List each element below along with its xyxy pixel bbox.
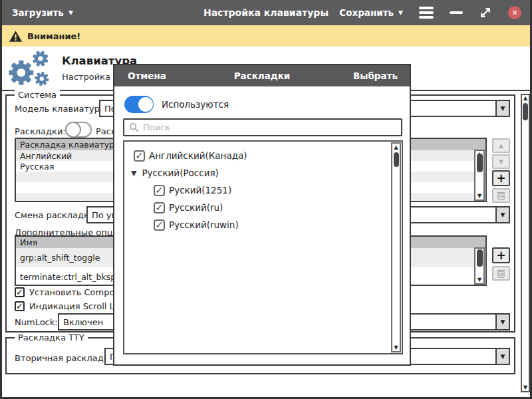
- checkbox-checked-icon[interactable]: ✓: [154, 219, 165, 231]
- minimize-icon: [450, 11, 463, 14]
- chevron-down-icon: ▼: [398, 9, 403, 16]
- chevron-down-icon: ▼: [495, 315, 509, 329]
- used-toggle[interactable]: [124, 96, 154, 113]
- toggle-knob: [138, 97, 153, 112]
- arrow-up-icon: ▲: [499, 142, 503, 149]
- checkbox-checked-icon[interactable]: ✓: [15, 301, 25, 311]
- layouts-label: Раскладки:: [15, 126, 66, 136]
- scroll-up-icon[interactable]: ▲: [394, 144, 398, 151]
- scroll-down-icon[interactable]: ▼: [477, 193, 481, 200]
- move-down-button: ▼: [492, 154, 510, 169]
- checkbox-checked-icon[interactable]: ✓: [134, 150, 145, 162]
- list-item-label: Русский(Россия): [142, 168, 218, 178]
- chevron-down-icon: ▼: [495, 349, 509, 364]
- scrollbar-thumb[interactable]: [523, 103, 528, 120]
- scrollbar-thumb[interactable]: [394, 152, 399, 167]
- maximize-icon: [479, 6, 492, 19]
- scroll-down-icon[interactable]: ▼: [477, 277, 481, 283]
- save-menu-label: Сохранить: [339, 7, 394, 18]
- add-layout-button[interactable]: +: [492, 170, 510, 186]
- scrolllock-checkbox-row[interactable]: ✓ Индикация Scroll Lock: [15, 301, 129, 311]
- add-option-button[interactable]: +: [492, 247, 510, 263]
- system-section-legend: Система: [15, 90, 60, 100]
- close-button[interactable]: ✕: [508, 6, 521, 19]
- warning-text: Внимание!: [27, 31, 80, 41]
- arrow-down-icon: ▼: [499, 158, 503, 165]
- page-subtitle: Настройка п: [62, 72, 119, 82]
- search-icon: [129, 122, 139, 132]
- save-menu-button[interactable]: Сохранить ▼: [339, 7, 403, 18]
- search-input[interactable]: [143, 122, 401, 132]
- used-toggle-label: Используются: [162, 99, 229, 110]
- titlebar: Загрузить ▼ Настройка клавиатуры Сохрани…: [0, 0, 532, 25]
- plus-icon: +: [496, 250, 505, 261]
- delete-layout-button: [492, 188, 510, 203]
- select-button[interactable]: Выбрать: [353, 70, 398, 81]
- compose-checkbox-row[interactable]: ✓ Установить Compose: [15, 287, 124, 297]
- scroll-down-icon[interactable]: ▼: [523, 384, 527, 391]
- layout-switch-label: Смена раскладки:: [15, 210, 98, 220]
- tree-collapse-icon[interactable]: ▼: [131, 169, 136, 178]
- gears-icon: [7, 50, 53, 88]
- layouts-toggle[interactable]: [65, 122, 92, 138]
- move-up-button: ▲: [492, 138, 510, 153]
- list-scrollbar[interactable]: ▲ ▼: [391, 142, 401, 352]
- tty-section-legend: Раскладка TTY: [15, 332, 88, 342]
- menu-icon[interactable]: [419, 7, 434, 19]
- checkbox-checked-icon[interactable]: ✓: [154, 185, 165, 196]
- used-toggle-row: Используются: [124, 96, 229, 113]
- main-scrollbar[interactable]: ▲ ▼: [521, 94, 530, 392]
- close-icon: ✕: [511, 9, 517, 17]
- list-item-branch[interactable]: ▼ Русский(Россия): [130, 164, 388, 182]
- scroll-down-icon[interactable]: ▼: [394, 344, 398, 351]
- options-table-scrollbar[interactable]: ▲ ▼: [474, 247, 485, 285]
- keyboard-model-label: Модель клавиатуры:: [15, 104, 110, 114]
- numlock-label: NumLock:: [15, 317, 58, 327]
- list-item[interactable]: ✓ Русский(ruwin): [130, 216, 388, 233]
- layouts-list: ✓ Английский(Канада) ▼ Русский(Россия) ✓…: [123, 140, 403, 354]
- list-item[interactable]: ✓ Английский(Канада): [130, 147, 388, 164]
- minimize-button[interactable]: [450, 11, 463, 14]
- list-item[interactable]: ✓ Русский(ru): [130, 199, 388, 216]
- dialog-header: Отмена Раскладки Выбрать: [114, 65, 410, 86]
- checkbox-checked-icon[interactable]: ✓: [154, 202, 165, 213]
- scrollbar-thumb[interactable]: [477, 154, 483, 172]
- scrollbar-thumb[interactable]: [477, 249, 483, 267]
- layouts-dialog: Отмена Раскладки Выбрать Используются ✓ …: [113, 64, 411, 366]
- scroll-up-icon[interactable]: ▲: [523, 95, 527, 102]
- trash-icon: [497, 191, 505, 200]
- trash-icon: [497, 269, 505, 278]
- chevron-down-icon: ▼: [495, 101, 509, 116]
- toggle-knob: [65, 122, 81, 138]
- compose-checkbox-label: Установить Compose: [29, 287, 124, 297]
- secondary-layout-label: Вторичная раскладка:: [15, 353, 117, 363]
- checkbox-checked-icon[interactable]: ✓: [15, 287, 25, 297]
- plus-icon: +: [496, 173, 505, 184]
- delete-option-button: [492, 266, 510, 281]
- warning-banner: Внимание!: [0, 25, 532, 47]
- search-box[interactable]: [123, 118, 402, 136]
- list-item-label: Английский(Канада): [149, 150, 247, 161]
- maximize-button[interactable]: [479, 6, 492, 19]
- list-item-label: Русский(ruwin): [169, 219, 239, 230]
- chevron-down-icon: ▼: [495, 207, 509, 222]
- layout-table-scrollbar[interactable]: ▲ ▼: [474, 150, 485, 201]
- list-item-label: Русский(ru): [169, 202, 223, 213]
- list-item-label: Руский(1251): [169, 185, 231, 196]
- list-item[interactable]: ✓ Руский(1251): [130, 182, 388, 199]
- warning-icon: [9, 31, 22, 42]
